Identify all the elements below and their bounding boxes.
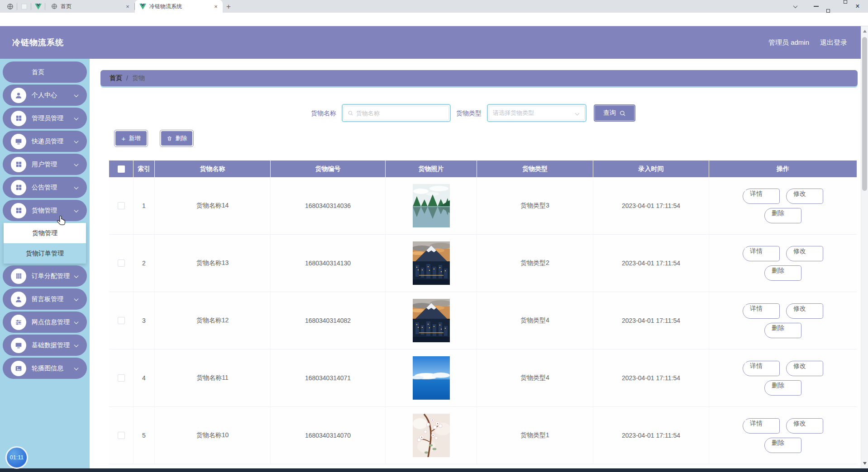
row-checkbox[interactable] — [118, 202, 125, 209]
chevron-down-icon — [74, 366, 79, 370]
row-delete-button[interactable]: 删除 — [764, 380, 801, 396]
chevron-down-icon — [575, 111, 580, 115]
scrollbar-thumb[interactable] — [862, 37, 867, 191]
row-delete-button[interactable]: 删除 — [764, 265, 801, 281]
scroll-up-arrow[interactable] — [863, 30, 867, 33]
row-delete-button[interactable]: 删除 — [764, 208, 801, 223]
close-icon[interactable]: × — [124, 3, 131, 10]
monitor-icon — [11, 134, 26, 149]
minimize-button[interactable] — [806, 0, 826, 13]
browser-tab-app[interactable]: 冷链物流系统 × — [135, 0, 223, 13]
button-label: 修改 — [793, 305, 806, 312]
edit-button[interactable]: 修改 — [786, 246, 823, 261]
button-label: 删除 — [772, 439, 784, 446]
cargo-photo[interactable] — [413, 241, 450, 285]
sidebar-item-courier-mgmt[interactable]: 快递员管理 — [3, 131, 87, 152]
sidebar-item-label: 留言板管理 — [32, 295, 63, 303]
submenu-item[interactable]: 货物管理 — [4, 223, 86, 243]
trash-icon — [766, 267, 772, 273]
cargo-type-select[interactable]: 请选择货物类型 — [487, 104, 587, 122]
chevron-down-icon — [74, 116, 79, 120]
tab-search-button[interactable] — [785, 0, 806, 13]
browser-tab-home[interactable]: 首页 × — [47, 0, 134, 13]
row-checkbox[interactable] — [118, 260, 125, 267]
recording-timer-badge: 01:11 — [5, 446, 28, 469]
row-checkbox[interactable] — [118, 374, 125, 382]
document-icon — [744, 362, 750, 368]
globe-icon — [51, 3, 57, 9]
operations-cell: 详情修改删除 — [709, 407, 857, 464]
close-icon[interactable]: × — [213, 3, 219, 10]
add-label: 新增 — [129, 134, 140, 142]
sidebar-item-order-assign-mgmt[interactable]: 订单分配管理 — [3, 265, 87, 287]
button-label: 修改 — [793, 420, 806, 427]
sidebar-item-notice-mgmt[interactable]: 公告管理 — [3, 177, 87, 198]
user-icon — [11, 292, 26, 307]
chevron-down-icon — [74, 93, 79, 97]
user-icon — [11, 88, 26, 103]
header-select-all — [109, 160, 134, 177]
sidebar-item-label: 基础数据管理 — [32, 341, 70, 349]
add-button[interactable]: +新增 — [114, 130, 148, 147]
sidebar-item-home[interactable]: 首页 — [3, 61, 87, 83]
breadcrumb-home[interactable]: 首页 — [110, 74, 122, 82]
blank-page-icon[interactable] — [19, 0, 29, 13]
detail-button[interactable]: 详情 — [743, 418, 780, 434]
row-delete-button[interactable]: 删除 — [764, 323, 801, 338]
edit-button[interactable]: 修改 — [786, 361, 823, 376]
breadcrumb-separator: / — [126, 75, 128, 82]
cargo-photo[interactable] — [413, 299, 450, 342]
submenu-item[interactable]: 货物订单管理 — [4, 243, 86, 264]
cargo-name-input[interactable] — [356, 110, 445, 117]
sidebar-item-carousel-info[interactable]: 轮播图信息 — [3, 358, 87, 379]
cargo-photo[interactable] — [413, 184, 450, 227]
edit-pencil-icon — [787, 190, 793, 196]
sidebar-item-user-mgmt[interactable]: 用户管理 — [3, 154, 87, 175]
trash-icon — [766, 439, 772, 445]
new-tab-button[interactable]: + — [223, 1, 234, 13]
sidebar-item-label: 用户管理 — [32, 160, 57, 169]
select-placeholder: 请选择货物类型 — [493, 109, 534, 117]
table-row: 3货物名称121680340314082货物类型42023-04-01 17:1… — [109, 292, 857, 349]
sidebar-item-label: 管理员管理 — [32, 114, 63, 123]
restore-button[interactable] — [826, 0, 847, 13]
sidebar-item-base-data-mgmt[interactable]: 基础数据管理 — [3, 335, 87, 356]
detail-button[interactable]: 详情 — [743, 189, 780, 204]
edit-button[interactable]: 修改 — [786, 418, 823, 434]
sidebar-item-admin-mgmt[interactable]: 管理员管理 — [3, 108, 87, 129]
table-row: 5货物名称101680340314070货物类型12023-04-01 17:1… — [109, 407, 857, 464]
table-row: 2货物名称131680340314130货物类型22023-04-01 17:1… — [109, 235, 857, 292]
row-delete-button[interactable]: 删除 — [764, 438, 801, 453]
logout-link[interactable]: 退出登录 — [820, 38, 847, 47]
globe-icon[interactable] — [5, 0, 15, 13]
chevron-down-icon — [74, 297, 79, 301]
sidebar-item-profile[interactable]: 个人中心 — [3, 85, 87, 106]
cargo-type-cell: 货物类型4 — [477, 349, 593, 406]
select-all-checkbox[interactable] — [118, 165, 125, 173]
delete-button[interactable]: 删除 — [160, 130, 194, 147]
vue-icon — [139, 4, 146, 9]
close-window-button[interactable]: × — [847, 0, 868, 13]
row-checkbox[interactable] — [118, 317, 125, 324]
sidebar-item-message-board-mgmt[interactable]: 留言板管理 — [3, 288, 87, 310]
cargo-photo[interactable] — [413, 414, 450, 457]
edit-button[interactable]: 修改 — [786, 303, 823, 319]
chevron-down-icon — [74, 185, 79, 189]
sidebar-item-cargo-mgmt[interactable]: 货物管理 — [3, 200, 87, 221]
page-scrollbar[interactable] — [861, 26, 868, 468]
cargo-type-cell: 货物类型2 — [477, 235, 593, 292]
vue-icon[interactable] — [33, 0, 43, 13]
row-checkbox[interactable] — [118, 432, 125, 439]
scroll-down-arrow[interactable] — [863, 462, 867, 465]
cargo-photo-cell — [386, 235, 477, 292]
edit-button[interactable]: 修改 — [786, 189, 823, 204]
column-header: 货物名称 — [155, 160, 271, 177]
detail-button[interactable]: 详情 — [743, 303, 780, 319]
search-button[interactable]: 查询 — [594, 104, 635, 122]
sidebar-item-branch-info-mgmt[interactable]: 网点信息管理 — [3, 312, 87, 333]
detail-button[interactable]: 详情 — [743, 246, 780, 261]
detail-button[interactable]: 详情 — [743, 361, 780, 376]
cargo-name-cell: 货物名称14 — [155, 177, 271, 234]
cargo-photo[interactable] — [413, 356, 450, 400]
operations-cell: 详情修改删除 — [709, 292, 857, 349]
